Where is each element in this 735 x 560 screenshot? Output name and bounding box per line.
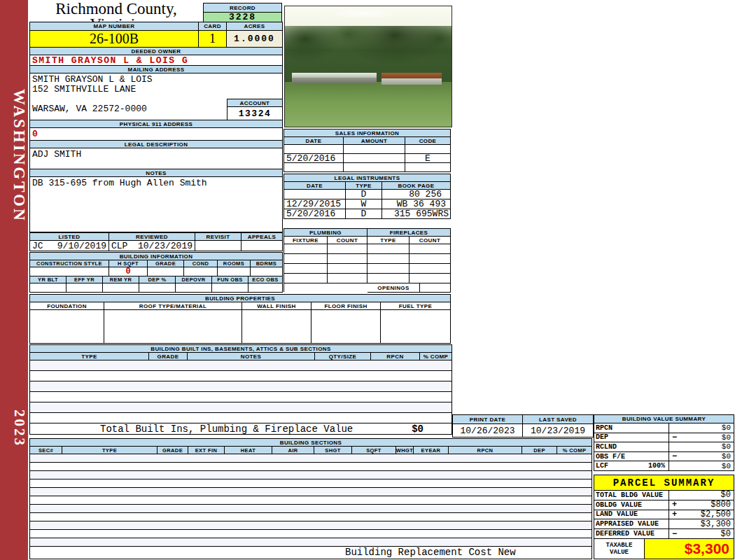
mailing-line: SMITH GRAYSON L & LOIS (30, 75, 282, 85)
empty-row (284, 254, 451, 264)
parcel-row: OBLDG VALUE +$800 (594, 500, 734, 510)
empty-row (30, 310, 451, 344)
column-header: DATE (284, 182, 346, 190)
plumbing-fireplaces-table: PLUMBING FIREPLACES FIXTURE COUNT TYPE C… (284, 228, 451, 292)
reviewed-by: CLP (111, 241, 127, 251)
empty-row (30, 454, 592, 463)
sidebar-county-label: WASHINGTON (0, 66, 28, 245)
column-header: CONSTRUCTION STYLE (30, 260, 109, 267)
photo-sun-haze (318, 6, 410, 78)
mailing-address-box: SMITH GRAYSON L & LOIS 152 SMITHVILLE LA… (30, 74, 283, 120)
sales-row: 5/20/2016 E (284, 154, 451, 163)
effyr-value (66, 284, 103, 293)
reviewed-label: REVIEWED (109, 233, 195, 241)
column-header: H SQFT (109, 260, 148, 267)
parcel-label: LAND VALUE (596, 510, 638, 518)
bvs-value: $0 (680, 452, 731, 461)
legal-description-label: LEGAL DESCRIPTION (30, 141, 283, 148)
column-header: AMOUNT (344, 137, 405, 145)
listed-date: 9/10/2019 (57, 241, 106, 251)
bvs-row: OBS F/E −$0 (594, 452, 734, 462)
sidebar-year-label: 2023 (0, 400, 28, 456)
column-header: TYPE (346, 182, 382, 190)
built-ins-total-row: Total Built Ins, Plumbing & Fireplace Va… (30, 424, 452, 435)
sales-row (284, 163, 451, 172)
empty-row (284, 274, 451, 284)
deeded-owner-section: DEEDED OWNER SMITH GRAYSON L & LOIS G (29, 47, 283, 66)
column-header: SQFT (352, 447, 396, 454)
record-value: 3228 (204, 13, 282, 22)
parcel-op: + (672, 510, 680, 519)
bvs-row: LCF100% $0 (594, 461, 734, 471)
notes-label: NOTES (30, 169, 283, 177)
construction-style-value (30, 267, 109, 276)
mailing-address-section: MAILING ADDRESS SMITH GRAYSON L & LOIS 1… (29, 65, 283, 120)
empty-row (30, 479, 592, 488)
empty-row (30, 513, 592, 522)
record-label: RECORD (204, 4, 282, 13)
bvs-row: DEP −$0 (594, 433, 734, 443)
remyr-value (103, 284, 139, 293)
card-value: 1 (199, 31, 227, 48)
bvs-label: RPCN (596, 424, 612, 432)
legal-instrument-row: 5/20/2016 D 315 695WRS (284, 209, 451, 219)
column-header: COUNT (328, 237, 368, 244)
column-header: FOUNDATION (30, 302, 104, 310)
column-header: RPCN (449, 447, 522, 454)
empty-row (30, 496, 592, 505)
column-header: DEP % (139, 276, 176, 284)
bvs-value: $0 (680, 424, 731, 432)
building-sections-title: BUILDING SECTIONS (30, 439, 592, 447)
parcel-row: APPRAISED VALUE $3,300 (594, 519, 734, 529)
column-header: WHGT (396, 447, 414, 454)
funobs-value (212, 284, 248, 293)
sales-row (284, 145, 451, 154)
deeded-owner-value: SMITH GRAYSON L & LOIS G (30, 55, 283, 66)
column-header: HEAT (225, 447, 272, 454)
bvs-row: RPCN $0 (594, 424, 734, 433)
building-properties-title: BUILDING PROPERTIES (30, 295, 451, 302)
bvs-value: $0 (680, 462, 731, 470)
parcel-label: APPRAISED VALUE (596, 520, 659, 528)
parcel-value: $0 (680, 491, 731, 500)
column-header: ROOF TYPE/MATERIAL (104, 302, 242, 310)
bvs-value: $0 (680, 442, 731, 451)
photo-building-right (382, 73, 442, 84)
empty-row (30, 463, 592, 471)
building-properties-table: BUILDING PROPERTIES FOUNDATION ROOF TYPE… (29, 294, 451, 344)
photo-building-left (292, 73, 377, 83)
column-header: ECO OBS (248, 276, 283, 284)
bvs-label: RCLND (596, 443, 617, 451)
physical-911-value: 0 (30, 128, 283, 141)
legal-instruments-title: LEGAL INSTRUMENTS (284, 174, 451, 182)
physical-911-section: PHYSICAL 911 ADDRESS 0 (29, 120, 283, 141)
building-value-summary: BUILDING VALUE SUMMARY RPCN $0 DEP −$0 R… (594, 414, 734, 471)
built-ins-table: BUILDING BUILT INS, BASEMENTS, ATTICS & … (29, 344, 452, 435)
built-ins-total-value: $0 (412, 424, 424, 435)
hsqft-value: 0 (109, 267, 148, 276)
parcel-row: TOTAL BLDG VALUE $0 (594, 491, 734, 500)
appeals-label: APPEALS (241, 233, 283, 241)
column-header: EXT FIN (188, 447, 225, 454)
fireplaces-title: FIREPLACES (368, 229, 451, 237)
parcel-value: $3,300 (680, 519, 731, 528)
bvs-value: $0 (680, 433, 731, 442)
property-record-card: WASHINGTON 2023 Richmond County, Virgini… (0, 0, 735, 560)
empty-row (30, 488, 592, 496)
empty-row (30, 471, 592, 479)
parcel-op: + (672, 500, 680, 510)
column-header: BDRMS (251, 260, 283, 267)
listed-by: JC (32, 241, 43, 251)
parcel-row: DEFERRED VALUE −$0 (594, 529, 734, 539)
mailing-line: 152 SMITHVILLE LANE (30, 85, 282, 94)
parcel-row: LAND VALUE +$2,500 (594, 510, 734, 520)
last-saved-value: 10/23/2019 (523, 424, 594, 438)
parcel-value: $2,500 (680, 510, 731, 519)
column-header: SHGT (314, 447, 352, 454)
bvs-label: OBS F/E (596, 453, 625, 461)
depovr-value (176, 284, 212, 293)
bvs-row: RCLND $0 (594, 442, 734, 452)
legal-description-value: ADJ SMITH (30, 148, 283, 169)
empty-row (30, 360, 452, 371)
parcel-value: $0 (680, 529, 731, 538)
